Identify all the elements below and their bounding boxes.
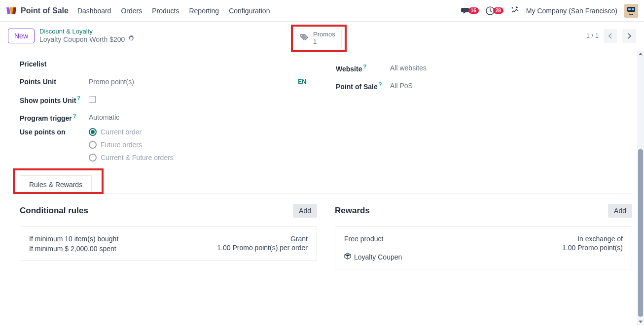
tab-rules-rewards[interactable]: Rules & Rewards	[20, 175, 92, 194]
cube-icon	[344, 253, 351, 261]
messages-icon[interactable]: 16	[461, 7, 479, 15]
breadcrumb-current: Loyalty Coupon Worth $200	[39, 35, 125, 44]
conditional-rules-section: Conditional rules Add If minimum 10 item…	[20, 204, 317, 269]
label-website: Website?	[336, 64, 390, 73]
radio-group-use-points: Current order Future orders Current & Fu…	[89, 126, 174, 162]
nav-item-reporting[interactable]: Reporting	[189, 7, 219, 15]
new-button[interactable]: New	[8, 29, 35, 43]
value-pos[interactable]: All PoS	[390, 82, 413, 90]
radio-dot-icon	[89, 141, 97, 149]
svg-point-1	[511, 7, 513, 9]
rule-line-1: If minimum 10 item(s) bought	[29, 235, 118, 243]
radio-dot-icon	[89, 154, 97, 162]
pager-prev-button[interactable]	[604, 29, 617, 43]
scroll-up-icon[interactable]	[637, 51, 644, 58]
pager: 1 / 1	[586, 29, 636, 43]
help-icon[interactable]: ?	[77, 95, 80, 101]
messages-badge: 16	[468, 7, 479, 14]
rules-title: Conditional rules	[20, 206, 88, 216]
radio-dot-icon	[89, 128, 97, 136]
rewards-title: Rewards	[335, 206, 370, 216]
radio-future-orders[interactable]: Future orders	[89, 141, 174, 149]
value-program-trigger[interactable]: Automatic	[89, 113, 119, 121]
nav-item-configuration[interactable]: Configuration	[229, 7, 270, 15]
company-selector[interactable]: My Company (San Francisco)	[526, 7, 617, 15]
activities-badge: 28	[493, 7, 503, 14]
app-title[interactable]: Point of Sale	[21, 6, 69, 15]
scroll-thumb[interactable]	[638, 149, 643, 317]
breadcrumb: Discount & Loyalty Loyalty Coupon Worth …	[39, 28, 135, 44]
form-left-column: Pricelist Points Unit Promo point(s) EN …	[20, 55, 316, 162]
label-pricelist: Pricelist	[20, 60, 89, 68]
control-bar: New Discount & Loyalty Loyalty Coupon Wo…	[0, 22, 644, 50]
svg-rect-5	[632, 8, 634, 10]
promos-highlight: Promos 1	[291, 25, 347, 52]
exchange-link[interactable]: In exchange of	[562, 235, 623, 243]
reward-card[interactable]: Free product Loyalty Coupen In exchange …	[335, 227, 632, 269]
promos-count: 1	[313, 38, 335, 46]
gear-icon[interactable]	[128, 35, 135, 44]
top-navbar: Point of Sale Dashboard Orders Products …	[0, 0, 644, 22]
tab-area: Rules & Rewards	[20, 175, 632, 194]
value-website[interactable]: All websites	[390, 64, 427, 72]
activities-icon[interactable]: 28	[486, 6, 503, 15]
pager-next-button[interactable]	[622, 29, 636, 43]
tags-icon	[299, 33, 309, 43]
debug-icon[interactable]	[510, 5, 519, 16]
reward-line-1: Free product	[344, 235, 402, 243]
scrollbar[interactable]	[637, 51, 644, 325]
breadcrumb-parent[interactable]: Discount & Loyalty	[39, 28, 135, 35]
rules-rewards-grid: Conditional rules Add If minimum 10 item…	[20, 204, 632, 269]
label-show-points: Show points Unit?	[20, 95, 89, 104]
navbar-right: 16 28 My Company (San Francisco)	[461, 4, 638, 18]
pager-text: 1 / 1	[586, 32, 599, 39]
user-avatar[interactable]	[624, 4, 638, 18]
help-icon[interactable]: ?	[379, 81, 382, 87]
reward-product-name: Loyalty Coupen	[354, 253, 402, 261]
add-rule-button[interactable]: Add	[293, 204, 317, 218]
tabbar: Rules & Rewards	[20, 175, 632, 194]
form-right-column: Website? All websites Point of Sale? All…	[336, 55, 632, 162]
value-points-unit[interactable]: Promo point(s)	[89, 78, 134, 86]
svg-point-6	[301, 35, 302, 36]
radio-current-order[interactable]: Current order	[89, 128, 174, 136]
promos-label: Promos	[313, 31, 335, 38]
exchange-value: 1.00 Promo point(s)	[562, 244, 623, 252]
scroll-down-icon[interactable]	[637, 318, 644, 325]
nav-item-orders[interactable]: Orders	[121, 7, 142, 15]
help-icon[interactable]: ?	[73, 113, 76, 119]
label-points-unit: Points Unit	[20, 78, 89, 86]
help-icon[interactable]: ?	[363, 64, 366, 69]
grant-link[interactable]: Grant	[217, 235, 308, 243]
label-program-trigger: Program trigger?	[20, 113, 89, 122]
add-reward-button[interactable]: Add	[608, 204, 632, 218]
checkbox-show-points[interactable]	[89, 96, 96, 103]
rule-card[interactable]: If minimum 10 item(s) bought If minimum …	[20, 227, 317, 261]
label-pos: Point of Sale?	[336, 81, 390, 91]
form-body: Pricelist Points Unit Promo point(s) EN …	[0, 50, 644, 325]
promos-stat-button[interactable]: Promos 1	[295, 29, 342, 48]
app-logo-icon[interactable]	[6, 6, 17, 16]
label-use-points: Use points on	[20, 126, 89, 136]
nav-item-dashboard[interactable]: Dashboard	[77, 7, 111, 15]
lang-badge[interactable]: EN	[298, 78, 306, 85]
rewards-section: Rewards Add Free product Loyalty Coupen …	[335, 204, 632, 269]
nav-item-products[interactable]: Products	[152, 7, 179, 15]
grant-value: 1.00 Promo point(s) per order	[217, 244, 308, 252]
svg-rect-4	[628, 8, 631, 10]
rule-line-2: If minimum $ 2,000.00 spent	[29, 245, 118, 253]
nav-menu: Dashboard Orders Products Reporting Conf…	[77, 7, 270, 15]
radio-current-future-orders[interactable]: Current & Future orders	[89, 154, 174, 162]
